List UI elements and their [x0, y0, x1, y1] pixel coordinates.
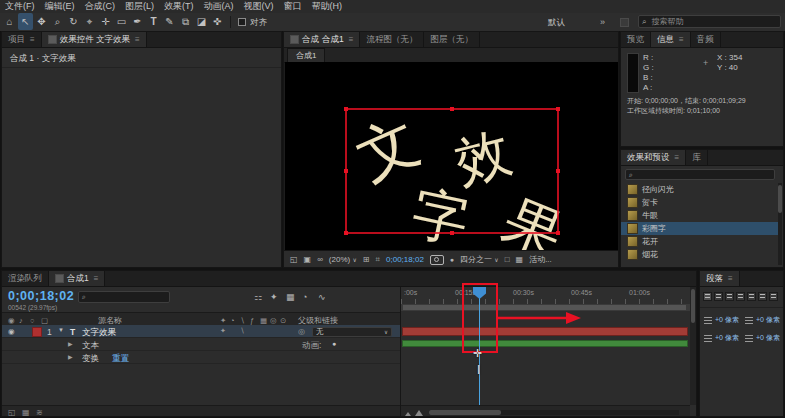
zoom-in-mountain-icon[interactable] — [415, 410, 423, 416]
grid-guides-icon[interactable]: ⊞ — [363, 255, 370, 264]
shy-switch-icon[interactable]: ✦ — [220, 316, 226, 325]
toggle-graph-icon[interactable]: ≋ — [36, 408, 43, 417]
zoom-dropdown[interactable]: (20%) ∨ — [329, 255, 357, 264]
eye-icon[interactable]: ◉ — [8, 327, 15, 336]
timeline-search-box[interactable]: ⌕ — [78, 291, 170, 303]
audio-icon[interactable]: ♪ — [19, 316, 23, 325]
effect-item[interactable]: 花开 — [621, 235, 779, 248]
3d-view-dropdown[interactable]: 活动... — [529, 254, 552, 265]
panel-menu-icon[interactable]: ≡ — [728, 274, 733, 283]
puppet-tool-icon[interactable]: ✜ — [210, 13, 225, 30]
effects-search-input[interactable] — [636, 169, 771, 180]
zoom-tool-icon[interactable]: ⌕ — [50, 13, 65, 30]
tab-info[interactable]: 信息 ≡ — [651, 32, 691, 47]
hand-tool-icon[interactable]: ✥ — [34, 13, 49, 30]
align-center-button[interactable] — [714, 292, 723, 301]
brush-tool-icon[interactable]: ✎ — [162, 13, 177, 30]
time-ruler[interactable]: :00s 00:15s 00:30s 00:45s 01:00s — [401, 287, 690, 305]
property-group-row-text[interactable]: ▶ 文本 动画: ● — [2, 338, 400, 351]
panel-menu-icon[interactable]: ≡ — [679, 35, 684, 44]
shape-tool-icon[interactable]: ▭ — [114, 13, 129, 30]
help-search-input[interactable] — [649, 16, 777, 27]
type-tool-icon[interactable]: T — [146, 13, 161, 30]
twirl-closed-icon[interactable]: ▶ — [68, 353, 73, 360]
composition-canvas[interactable]: 文 字 效 果 — [285, 62, 619, 250]
space-before-field[interactable]: +0 像素 — [704, 333, 739, 343]
panel-menu-icon[interactable]: ≡ — [135, 35, 140, 44]
menu-layer[interactable]: 图层(L) — [120, 0, 159, 13]
draft-3d-icon[interactable]: ✦ — [270, 292, 278, 302]
align-right-button[interactable] — [725, 292, 734, 301]
resolution-dropdown[interactable]: 四分之一 ∨ — [460, 254, 499, 265]
show-snapshot-icon[interactable]: ● — [450, 256, 454, 263]
eraser-tool-icon[interactable]: ◪ — [194, 13, 209, 30]
justify-last-left-button[interactable] — [736, 292, 745, 301]
twirl-closed-icon[interactable]: ▶ — [68, 340, 73, 347]
timeline-zoom-slider[interactable] — [401, 405, 690, 417]
workspace-bar-icon[interactable] — [620, 18, 629, 27]
panel-menu-icon[interactable]: ≡ — [675, 153, 680, 162]
pen-tool-icon[interactable]: ✒ — [130, 13, 145, 30]
region-of-interest-icon[interactable]: □ — [505, 255, 510, 264]
comp-subtab[interactable]: 合成1 — [287, 48, 325, 62]
selection-tool-icon[interactable]: ↖ — [18, 13, 33, 30]
indent-right-field[interactable]: +0 像素 — [745, 315, 780, 325]
magnification-icon[interactable]: ▣ — [304, 255, 312, 264]
eye-icon[interactable]: ◉ — [8, 316, 15, 325]
indent-left-field[interactable]: +0 像素 — [704, 315, 739, 325]
menu-window[interactable]: 窗口 — [279, 0, 307, 13]
orbit-camera-tool-icon[interactable]: ↻ — [66, 13, 81, 30]
motion-blur-switch-icon[interactable]: ◎ — [270, 316, 277, 325]
align-left-button[interactable] — [703, 292, 712, 301]
menu-animation[interactable]: 动画(A) — [199, 0, 239, 13]
hide-shy-icon[interactable]: ▦ — [286, 292, 295, 302]
effect-item[interactable]: 烟花 — [621, 248, 779, 261]
workspace-dropdown[interactable]: 默认 — [548, 13, 565, 31]
transparency-grid-icon[interactable]: ▦ — [516, 255, 524, 264]
work-area-bar[interactable] — [401, 304, 690, 311]
layer-duration-bar[interactable] — [402, 327, 688, 336]
timeline-current-timecode[interactable]: 0;00;18;02 — [8, 289, 74, 303]
clone-stamp-tool-icon[interactable]: ⧉ — [178, 13, 193, 30]
menu-view[interactable]: 视图(V) — [239, 0, 279, 13]
quality-switch-icon[interactable]: ∖ — [240, 316, 245, 325]
help-search-box[interactable]: ⌕ — [638, 15, 781, 28]
panel-menu-icon[interactable]: ≡ — [349, 35, 354, 44]
pan-behind-tool-icon[interactable]: ✛ — [98, 13, 113, 30]
effects-scrollbar[interactable] — [778, 183, 782, 265]
tab-audio[interactable]: 音频 — [691, 32, 721, 47]
menu-file[interactable]: 文件(F) — [0, 0, 40, 13]
tab-paragraph[interactable]: 段落 ≡ — [700, 271, 740, 286]
animate-add-button[interactable]: ● — [332, 340, 336, 347]
collapse-switch-icon[interactable]: ◔ — [230, 316, 235, 325]
twirl-open-icon[interactable]: ▼ — [58, 327, 64, 333]
quality-switch[interactable]: ∖ — [240, 327, 244, 335]
track-camera-tool-icon[interactable]: ⌖ — [82, 13, 97, 30]
3d-switch-icon[interactable]: ⊙ — [280, 316, 286, 325]
fx-switch-icon[interactable]: ƒ — [250, 316, 254, 325]
snap-checkbox[interactable] — [238, 18, 246, 26]
transform-reset-link[interactable]: 重置 — [112, 353, 129, 365]
parent-dropdown[interactable]: 无 ∨ — [312, 327, 392, 337]
menu-edit[interactable]: 编辑(E) — [40, 0, 80, 13]
effect-item[interactable]: 贺卡 — [621, 196, 779, 209]
label-color-chip[interactable] — [32, 327, 42, 337]
menu-help[interactable]: 帮助(H) — [307, 0, 348, 13]
motion-blur-icon[interactable]: ∿ — [318, 292, 326, 302]
home-icon[interactable]: ⌂ — [2, 13, 17, 30]
frame-blend-icon[interactable]: ◔ — [302, 292, 307, 302]
pickwhip-icon[interactable]: ◎ — [298, 327, 305, 336]
lock-icon[interactable]: ▢ — [41, 316, 48, 325]
justify-last-center-button[interactable] — [747, 292, 756, 301]
layer-row[interactable]: ◉ 1 ▼ T 文字效果 ✦ ∖ ◎ 无 ∨ — [2, 325, 400, 338]
justify-last-right-button[interactable] — [758, 292, 767, 301]
space-after-field[interactable]: +0 像素 — [745, 333, 780, 343]
property-duration-bar[interactable] — [402, 340, 688, 347]
ruler-icon[interactable]: ∞ — [317, 255, 323, 264]
mask-visibility-icon[interactable]: ⌗ — [376, 255, 381, 265]
viewer-timecode[interactable]: 0;00;18;02 — [386, 255, 424, 264]
frame-blend-switch-icon[interactable]: ▦ — [260, 316, 267, 325]
toggle-switches-icon[interactable]: ◱ — [8, 408, 16, 417]
tab-render-queue[interactable]: 渲染队列 — [2, 271, 49, 286]
timeline-search-input[interactable] — [89, 292, 166, 303]
